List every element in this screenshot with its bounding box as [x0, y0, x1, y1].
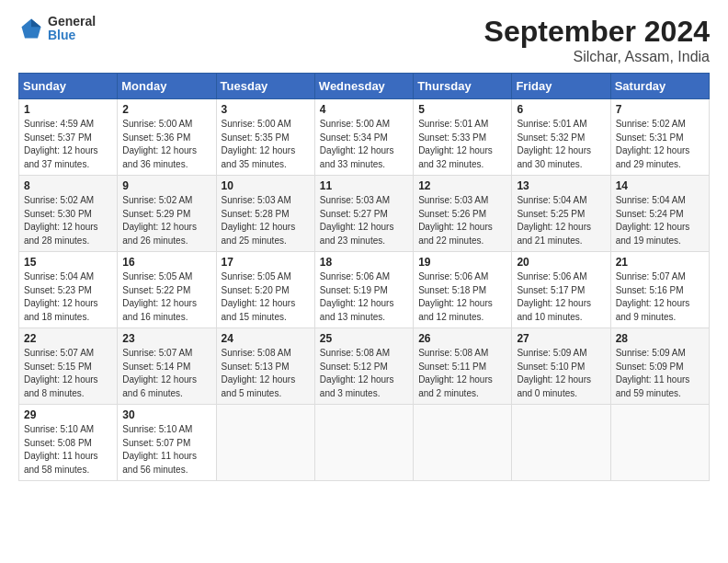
day-detail: Sunrise: 5:05 AM Sunset: 5:22 PM Dayligh…	[122, 271, 197, 322]
day-detail: Sunrise: 5:04 AM Sunset: 5:24 PM Dayligh…	[616, 195, 690, 246]
day-number: 14	[616, 179, 705, 192]
day-number: 29	[24, 408, 113, 421]
calendar-week-5: 29Sunrise: 5:10 AM Sunset: 5:08 PM Dayli…	[19, 405, 710, 481]
day-cell-7: 7Sunrise: 5:02 AM Sunset: 5:31 PM Daylig…	[610, 99, 709, 176]
day-detail: Sunrise: 5:01 AM Sunset: 5:33 PM Dayligh…	[418, 119, 493, 169]
day-detail: Sunrise: 5:00 AM Sunset: 5:34 PM Dayligh…	[320, 119, 394, 169]
day-cell-6: 6Sunrise: 5:01 AM Sunset: 5:32 PM Daylig…	[512, 99, 610, 176]
day-number: 26	[418, 332, 507, 345]
day-detail: Sunrise: 5:02 AM Sunset: 5:31 PM Dayligh…	[616, 119, 690, 169]
day-cell-10: 10Sunrise: 5:03 AM Sunset: 5:28 PM Dayli…	[216, 176, 314, 252]
day-detail: Sunrise: 5:03 AM Sunset: 5:26 PM Dayligh…	[418, 195, 493, 246]
day-cell-3: 3Sunrise: 5:00 AM Sunset: 5:35 PM Daylig…	[216, 99, 314, 176]
day-number: 13	[517, 179, 606, 192]
calendar-week-4: 22Sunrise: 5:07 AM Sunset: 5:15 PM Dayli…	[19, 328, 710, 405]
title-block: September 2024 Silchar, Assam, India	[484, 15, 710, 65]
day-detail: Sunrise: 5:03 AM Sunset: 5:27 PM Dayligh…	[320, 195, 394, 246]
day-detail: Sunrise: 5:06 AM Sunset: 5:18 PM Dayligh…	[418, 271, 493, 322]
day-detail: Sunrise: 5:01 AM Sunset: 5:32 PM Dayligh…	[517, 119, 591, 169]
day-number: 15	[24, 256, 113, 269]
day-cell-29: 29Sunrise: 5:10 AM Sunset: 5:08 PM Dayli…	[19, 405, 118, 481]
day-detail: Sunrise: 4:59 AM Sunset: 5:37 PM Dayligh…	[24, 119, 98, 169]
day-number: 7	[616, 103, 705, 116]
weekday-friday: Friday	[512, 74, 610, 99]
day-cell-21: 21Sunrise: 5:07 AM Sunset: 5:16 PM Dayli…	[610, 252, 709, 328]
weekday-sunday: Sunday	[19, 74, 118, 99]
day-cell-23: 23Sunrise: 5:07 AM Sunset: 5:14 PM Dayli…	[118, 328, 216, 405]
day-cell-12: 12Sunrise: 5:03 AM Sunset: 5:26 PM Dayli…	[414, 176, 512, 252]
empty-cell	[216, 405, 314, 481]
day-number: 11	[320, 179, 409, 192]
weekday-saturday: Saturday	[610, 74, 709, 99]
logo-line1: General	[48, 15, 96, 29]
day-cell-9: 9Sunrise: 5:02 AM Sunset: 5:29 PM Daylig…	[118, 176, 216, 252]
day-detail: Sunrise: 5:07 AM Sunset: 5:14 PM Dayligh…	[122, 348, 197, 398]
day-number: 5	[418, 103, 507, 116]
calendar-week-2: 8Sunrise: 5:02 AM Sunset: 5:30 PM Daylig…	[19, 176, 710, 252]
weekday-header-row: SundayMondayTuesdayWednesdayThursdayFrid…	[19, 74, 710, 99]
day-cell-1: 1Sunrise: 4:59 AM Sunset: 5:37 PM Daylig…	[19, 99, 118, 176]
day-detail: Sunrise: 5:08 AM Sunset: 5:11 PM Dayligh…	[418, 348, 493, 398]
empty-cell	[512, 405, 610, 481]
day-cell-4: 4Sunrise: 5:00 AM Sunset: 5:34 PM Daylig…	[314, 99, 413, 176]
day-cell-22: 22Sunrise: 5:07 AM Sunset: 5:15 PM Dayli…	[19, 328, 118, 405]
calendar-title: September 2024	[484, 15, 710, 49]
day-cell-2: 2Sunrise: 5:00 AM Sunset: 5:36 PM Daylig…	[118, 99, 216, 176]
day-cell-15: 15Sunrise: 5:04 AM Sunset: 5:23 PM Dayli…	[19, 252, 118, 328]
day-number: 16	[122, 256, 211, 269]
day-detail: Sunrise: 5:04 AM Sunset: 5:25 PM Dayligh…	[517, 195, 591, 246]
day-cell-13: 13Sunrise: 5:04 AM Sunset: 5:25 PM Dayli…	[512, 176, 610, 252]
day-cell-28: 28Sunrise: 5:09 AM Sunset: 5:09 PM Dayli…	[610, 328, 709, 405]
day-cell-30: 30Sunrise: 5:10 AM Sunset: 5:07 PM Dayli…	[118, 405, 216, 481]
day-detail: Sunrise: 5:06 AM Sunset: 5:19 PM Dayligh…	[320, 271, 394, 322]
day-detail: Sunrise: 5:00 AM Sunset: 5:36 PM Dayligh…	[122, 119, 197, 169]
day-cell-19: 19Sunrise: 5:06 AM Sunset: 5:18 PM Dayli…	[414, 252, 512, 328]
day-number: 9	[122, 179, 211, 192]
day-detail: Sunrise: 5:02 AM Sunset: 5:30 PM Dayligh…	[24, 195, 98, 246]
day-number: 8	[24, 179, 113, 192]
day-detail: Sunrise: 5:07 AM Sunset: 5:15 PM Dayligh…	[24, 348, 98, 398]
calendar-subtitle: Silchar, Assam, India	[484, 49, 710, 65]
header: General Blue September 2024 Silchar, Ass…	[18, 15, 710, 65]
day-cell-26: 26Sunrise: 5:08 AM Sunset: 5:11 PM Dayli…	[414, 328, 512, 405]
day-number: 10	[222, 179, 311, 192]
day-cell-16: 16Sunrise: 5:05 AM Sunset: 5:22 PM Dayli…	[118, 252, 216, 328]
weekday-tuesday: Tuesday	[216, 74, 314, 99]
day-detail: Sunrise: 5:02 AM Sunset: 5:29 PM Dayligh…	[122, 195, 197, 246]
day-number: 20	[517, 256, 606, 269]
day-number: 4	[320, 103, 409, 116]
day-cell-8: 8Sunrise: 5:02 AM Sunset: 5:30 PM Daylig…	[19, 176, 118, 252]
calendar-week-3: 15Sunrise: 5:04 AM Sunset: 5:23 PM Dayli…	[19, 252, 710, 328]
day-number: 25	[320, 332, 409, 345]
day-detail: Sunrise: 5:10 AM Sunset: 5:07 PM Dayligh…	[122, 424, 197, 475]
day-cell-24: 24Sunrise: 5:08 AM Sunset: 5:13 PM Dayli…	[216, 328, 314, 405]
day-number: 19	[418, 256, 507, 269]
day-cell-17: 17Sunrise: 5:05 AM Sunset: 5:20 PM Dayli…	[216, 252, 314, 328]
day-detail: Sunrise: 5:05 AM Sunset: 5:20 PM Dayligh…	[222, 271, 296, 322]
day-cell-5: 5Sunrise: 5:01 AM Sunset: 5:33 PM Daylig…	[414, 99, 512, 176]
day-number: 30	[122, 408, 211, 421]
day-number: 23	[122, 332, 211, 345]
logo-icon	[18, 16, 44, 41]
day-number: 12	[418, 179, 507, 192]
day-detail: Sunrise: 5:04 AM Sunset: 5:23 PM Dayligh…	[24, 271, 98, 322]
empty-cell	[314, 405, 413, 481]
day-cell-18: 18Sunrise: 5:06 AM Sunset: 5:19 PM Dayli…	[314, 252, 413, 328]
day-detail: Sunrise: 5:06 AM Sunset: 5:17 PM Dayligh…	[517, 271, 591, 322]
day-cell-25: 25Sunrise: 5:08 AM Sunset: 5:12 PM Dayli…	[314, 328, 413, 405]
day-number: 24	[222, 332, 311, 345]
day-detail: Sunrise: 5:10 AM Sunset: 5:08 PM Dayligh…	[24, 424, 98, 475]
day-detail: Sunrise: 5:08 AM Sunset: 5:12 PM Dayligh…	[320, 348, 394, 398]
weekday-thursday: Thursday	[414, 74, 512, 99]
day-number: 6	[517, 103, 606, 116]
day-number: 27	[517, 332, 606, 345]
calendar-table: SundayMondayTuesdayWednesdayThursdayFrid…	[18, 73, 710, 481]
weekday-monday: Monday	[118, 74, 216, 99]
day-detail: Sunrise: 5:03 AM Sunset: 5:28 PM Dayligh…	[222, 195, 296, 246]
day-number: 18	[320, 256, 409, 269]
day-detail: Sunrise: 5:07 AM Sunset: 5:16 PM Dayligh…	[616, 271, 690, 322]
day-number: 22	[24, 332, 113, 345]
calendar-week-1: 1Sunrise: 4:59 AM Sunset: 5:37 PM Daylig…	[19, 99, 710, 176]
day-detail: Sunrise: 5:09 AM Sunset: 5:10 PM Dayligh…	[517, 348, 591, 398]
day-cell-20: 20Sunrise: 5:06 AM Sunset: 5:17 PM Dayli…	[512, 252, 610, 328]
